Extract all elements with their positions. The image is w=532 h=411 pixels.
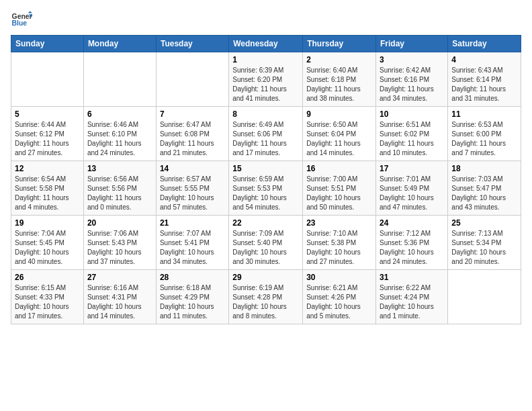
calendar-cell: 25Sunrise: 7:13 AM Sunset: 5:34 PM Dayli… [448,216,521,270]
day-info: Sunrise: 6:19 AM Sunset: 4:28 PM Dayligh… [232,283,299,321]
calendar-cell: 7Sunrise: 6:47 AM Sunset: 6:08 PM Daylig… [156,107,228,161]
svg-text:General: General [12,13,32,20]
day-info: Sunrise: 7:12 AM Sunset: 5:36 PM Dayligh… [380,229,444,267]
calendar-cell: 9Sunrise: 6:50 AM Sunset: 6:04 PM Daylig… [303,107,376,161]
week-row-5: 26Sunrise: 6:15 AM Sunset: 4:33 PM Dayli… [11,270,521,324]
day-info: Sunrise: 7:00 AM Sunset: 5:51 PM Dayligh… [306,175,372,212]
day-number: 20 [87,218,152,228]
day-number: 4 [451,55,517,64]
week-row-2: 5Sunrise: 6:44 AM Sunset: 6:12 PM Daylig… [11,107,521,161]
calendar-cell: 6Sunrise: 6:46 AM Sunset: 6:10 PM Daylig… [83,107,156,161]
calendar-cell: 10Sunrise: 6:51 AM Sunset: 6:02 PM Dayli… [376,107,448,161]
calendar-cell: 18Sunrise: 7:03 AM Sunset: 5:47 PM Dayli… [448,161,521,216]
day-info: Sunrise: 6:16 AM Sunset: 4:31 PM Dayligh… [87,283,152,321]
calendar-cell: 13Sunrise: 6:56 AM Sunset: 5:56 PM Dayli… [83,161,156,216]
calendar-cell: 29Sunrise: 6:19 AM Sunset: 4:28 PM Dayli… [229,270,303,324]
calendar-cell: 30Sunrise: 6:21 AM Sunset: 4:26 PM Dayli… [303,270,376,324]
week-row-1: 1Sunrise: 6:39 AM Sunset: 6:20 PM Daylig… [11,52,521,107]
calendar-cell: 27Sunrise: 6:16 AM Sunset: 4:31 PM Dayli… [83,270,156,324]
calendar-cell: 26Sunrise: 6:15 AM Sunset: 4:33 PM Dayli… [11,270,84,324]
day-info: Sunrise: 6:40 AM Sunset: 6:18 PM Dayligh… [306,66,372,103]
day-number: 17 [380,164,444,173]
calendar-cell: 21Sunrise: 7:07 AM Sunset: 5:41 PM Dayli… [156,216,228,270]
day-number: 3 [380,55,444,64]
day-info: Sunrise: 6:43 AM Sunset: 6:14 PM Dayligh… [451,66,517,103]
calendar-cell: 11Sunrise: 6:53 AM Sunset: 6:00 PM Dayli… [448,107,521,161]
day-info: Sunrise: 7:03 AM Sunset: 5:47 PM Dayligh… [451,175,517,212]
weekday-header-sunday: Sunday [11,36,84,52]
calendar-cell: 20Sunrise: 7:06 AM Sunset: 5:43 PM Dayli… [83,216,156,270]
day-number: 22 [232,218,299,228]
calendar-cell: 5Sunrise: 6:44 AM Sunset: 6:12 PM Daylig… [11,107,84,161]
calendar-cell: 17Sunrise: 7:01 AM Sunset: 5:49 PM Dayli… [376,161,448,216]
calendar-cell: 1Sunrise: 6:39 AM Sunset: 6:20 PM Daylig… [229,52,303,107]
calendar-cell: 14Sunrise: 6:57 AM Sunset: 5:55 PM Dayli… [156,161,228,216]
calendar-cell: 4Sunrise: 6:43 AM Sunset: 6:14 PM Daylig… [448,52,521,107]
calendar-cell: 16Sunrise: 7:00 AM Sunset: 5:51 PM Dayli… [303,161,376,216]
weekday-header-monday: Monday [83,36,156,52]
logo: General Blue [11,11,32,30]
calendar-cell [448,270,521,324]
day-info: Sunrise: 6:46 AM Sunset: 6:10 PM Dayligh… [87,120,152,158]
day-number: 27 [87,273,152,282]
day-info: Sunrise: 6:56 AM Sunset: 5:56 PM Dayligh… [87,175,152,212]
calendar-cell: 24Sunrise: 7:12 AM Sunset: 5:36 PM Dayli… [376,216,448,270]
calendar-cell: 28Sunrise: 6:18 AM Sunset: 4:29 PM Dayli… [156,270,228,324]
calendar-cell: 22Sunrise: 7:09 AM Sunset: 5:40 PM Dayli… [229,216,303,270]
weekday-header-tuesday: Tuesday [156,36,228,52]
day-info: Sunrise: 6:47 AM Sunset: 6:08 PM Dayligh… [160,120,225,158]
day-number: 8 [232,109,299,119]
day-info: Sunrise: 6:42 AM Sunset: 6:16 PM Dayligh… [380,66,444,103]
day-number: 18 [451,164,517,173]
day-number: 12 [15,164,80,173]
calendar-table: SundayMondayTuesdayWednesdayThursdayFrid… [11,35,521,324]
day-number: 5 [15,109,80,119]
day-info: Sunrise: 6:49 AM Sunset: 6:06 PM Dayligh… [232,120,299,158]
weekday-header-saturday: Saturday [448,36,521,52]
day-info: Sunrise: 7:10 AM Sunset: 5:38 PM Dayligh… [306,229,372,267]
day-number: 28 [160,273,225,282]
day-number: 14 [160,164,225,173]
svg-text:Blue: Blue [12,19,28,27]
day-number: 7 [160,109,225,119]
day-number: 16 [306,164,372,173]
day-number: 23 [306,218,372,228]
day-info: Sunrise: 6:44 AM Sunset: 6:12 PM Dayligh… [15,120,80,158]
calendar-cell: 8Sunrise: 6:49 AM Sunset: 6:06 PM Daylig… [229,107,303,161]
day-info: Sunrise: 6:57 AM Sunset: 5:55 PM Dayligh… [160,175,225,212]
week-row-4: 19Sunrise: 7:04 AM Sunset: 5:45 PM Dayli… [11,216,521,270]
day-info: Sunrise: 6:18 AM Sunset: 4:29 PM Dayligh… [160,283,225,321]
calendar-cell [156,52,228,107]
weekday-header-thursday: Thursday [303,36,376,52]
day-info: Sunrise: 7:04 AM Sunset: 5:45 PM Dayligh… [15,229,80,267]
day-number: 24 [380,218,444,228]
day-number: 21 [160,218,225,228]
logo-icon: General Blue [11,11,32,30]
calendar-cell: 19Sunrise: 7:04 AM Sunset: 5:45 PM Dayli… [11,216,84,270]
day-number: 25 [451,218,517,228]
day-info: Sunrise: 6:54 AM Sunset: 5:58 PM Dayligh… [15,175,80,212]
calendar-cell: 23Sunrise: 7:10 AM Sunset: 5:38 PM Dayli… [303,216,376,270]
day-info: Sunrise: 6:21 AM Sunset: 4:26 PM Dayligh… [306,283,372,321]
day-info: Sunrise: 7:09 AM Sunset: 5:40 PM Dayligh… [232,229,299,267]
day-number: 29 [232,273,299,282]
calendar-cell: 15Sunrise: 6:59 AM Sunset: 5:53 PM Dayli… [229,161,303,216]
day-info: Sunrise: 6:50 AM Sunset: 6:04 PM Dayligh… [306,120,372,158]
day-number: 6 [87,109,152,119]
calendar-cell: 31Sunrise: 6:22 AM Sunset: 4:24 PM Dayli… [376,270,448,324]
calendar-cell: 2Sunrise: 6:40 AM Sunset: 6:18 PM Daylig… [303,52,376,107]
calendar-cell [83,52,156,107]
day-number: 1 [232,55,299,64]
day-number: 19 [15,218,80,228]
weekday-header-friday: Friday [376,36,448,52]
day-number: 2 [306,55,372,64]
day-info: Sunrise: 7:07 AM Sunset: 5:41 PM Dayligh… [160,229,225,267]
week-row-3: 12Sunrise: 6:54 AM Sunset: 5:58 PM Dayli… [11,161,521,216]
day-number: 26 [15,273,80,282]
day-number: 31 [380,273,444,282]
day-number: 10 [380,109,444,119]
weekday-header-wednesday: Wednesday [229,36,303,52]
day-number: 15 [232,164,299,173]
day-info: Sunrise: 6:59 AM Sunset: 5:53 PM Dayligh… [232,175,299,212]
weekday-header-row: SundayMondayTuesdayWednesdayThursdayFrid… [11,36,521,52]
